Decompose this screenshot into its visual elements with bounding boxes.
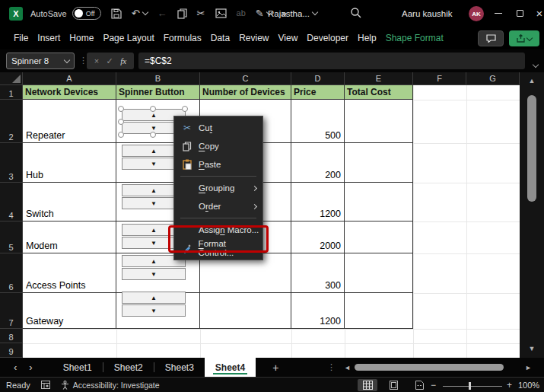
cell-d3[interactable]: 200 xyxy=(291,143,345,183)
redo-button[interactable]: ← xyxy=(157,8,167,18)
tab-view[interactable]: View xyxy=(274,33,303,43)
cell-e4[interactable] xyxy=(345,183,413,221)
name-box[interactable]: Spinner 8 xyxy=(6,53,75,69)
cell-d2[interactable]: 500 xyxy=(291,100,345,143)
cell-e1[interactable]: Total Cost xyxy=(345,85,413,100)
share-button[interactable] xyxy=(509,30,539,46)
tab-file[interactable]: File xyxy=(9,33,33,43)
column-header-c[interactable]: C xyxy=(200,72,291,85)
page-break-view-button[interactable] xyxy=(409,379,429,391)
zoom-level[interactable]: 100% xyxy=(518,381,539,390)
zoom-in-button[interactable]: + xyxy=(507,380,512,390)
scroll-up-icon[interactable]: ▲ xyxy=(520,77,544,84)
column-header-e[interactable]: E xyxy=(345,72,413,85)
column-header-a[interactable]: A xyxy=(23,72,116,85)
close-button[interactable]: × xyxy=(530,0,544,27)
selection-handle[interactable] xyxy=(182,106,188,112)
cell-b1[interactable]: Spinner Button xyxy=(116,85,200,100)
cell-a7[interactable]: Gateway xyxy=(23,293,116,329)
cell-e2[interactable] xyxy=(345,100,413,143)
row-header-5[interactable]: 5 xyxy=(0,221,23,253)
cell-e6[interactable] xyxy=(345,253,413,293)
column-header-f[interactable]: F xyxy=(413,72,466,85)
cells-area[interactable]: Network Devices Spinner Button Number of… xyxy=(23,85,520,358)
cell-d1[interactable]: Price xyxy=(291,85,345,100)
add-sheet-button[interactable]: + xyxy=(272,362,278,374)
row-header-4[interactable]: 4 xyxy=(0,183,23,221)
row-header-2[interactable]: 2 xyxy=(0,100,23,143)
vertical-scrollbar[interactable]: ▲ ▼ xyxy=(520,72,544,358)
selection-handle[interactable] xyxy=(118,132,124,138)
tab-shape-format[interactable]: Shape Format xyxy=(381,33,448,43)
cell-c1[interactable]: Number of Devices xyxy=(200,85,291,100)
tab-sheet2[interactable]: Sheet2 xyxy=(103,358,154,377)
cell-e3[interactable] xyxy=(345,143,413,183)
row-header-7[interactable]: 7 xyxy=(0,293,23,329)
tab-home[interactable]: Home xyxy=(65,33,98,43)
selection-handle[interactable] xyxy=(150,106,156,112)
cell-d5[interactable]: 2000 xyxy=(291,221,345,253)
spin-down-button[interactable]: ▼ xyxy=(122,268,186,280)
page-layout-view-button[interactable] xyxy=(383,379,403,391)
cell-a5[interactable]: Modem xyxy=(23,221,116,253)
user-name[interactable]: Aaru kaushik xyxy=(402,0,452,27)
undo-button[interactable]: ↶ xyxy=(132,8,148,18)
column-header-d[interactable]: D xyxy=(291,72,345,85)
row-header-6[interactable]: 6 xyxy=(0,253,23,293)
scroll-right-icon[interactable]: ► xyxy=(525,364,532,371)
search-icon[interactable] xyxy=(350,7,361,21)
menu-item-paste[interactable]: Paste xyxy=(174,155,262,174)
menu-item-order[interactable]: Order xyxy=(174,197,262,215)
formula-input[interactable]: =$C$2 xyxy=(138,53,525,69)
row-header-8[interactable]: 8 xyxy=(0,329,23,343)
prev-sheet-icon[interactable]: ‹ xyxy=(14,362,17,373)
expand-formula-bar-icon[interactable] xyxy=(530,56,538,70)
macro-record-icon[interactable] xyxy=(41,381,50,389)
avatar[interactable]: AK xyxy=(469,6,484,21)
tab-developer[interactable]: Developer xyxy=(302,33,353,43)
autosave-toggle[interactable]: Off xyxy=(72,7,101,20)
tab-formulas[interactable]: Formulas xyxy=(159,33,206,43)
column-header-g[interactable]: G xyxy=(466,72,520,85)
cancel-icon[interactable]: × xyxy=(94,56,99,65)
cell-a3[interactable]: Hub xyxy=(23,143,116,183)
selection-handle[interactable] xyxy=(150,132,156,138)
cell-e7[interactable] xyxy=(345,293,413,329)
cell-d4[interactable]: 1200 xyxy=(291,183,345,221)
comments-button[interactable] xyxy=(478,30,504,46)
row-header-3[interactable]: 3 xyxy=(0,143,23,183)
scroll-left-icon[interactable]: ◄ xyxy=(344,364,351,371)
cell-a6[interactable]: Access Points xyxy=(23,253,116,293)
selection-handle[interactable] xyxy=(118,106,124,112)
cut-button[interactable]: ✂ xyxy=(197,8,205,18)
enter-icon[interactable]: ✓ xyxy=(107,56,113,66)
accessibility-status[interactable]: Accessibility: Investigate xyxy=(73,381,160,390)
menu-item-cut[interactable]: ✂ Cut xyxy=(174,119,262,137)
minimize-button[interactable] xyxy=(488,0,508,27)
spin-down-button[interactable]: ▼ xyxy=(122,304,186,317)
cell-d6[interactable]: 300 xyxy=(291,253,345,293)
selection-handle[interactable] xyxy=(118,119,124,125)
cell-e5[interactable] xyxy=(345,221,413,253)
normal-view-button[interactable] xyxy=(358,379,377,391)
tab-help[interactable]: Help xyxy=(353,33,381,43)
select-all-button[interactable] xyxy=(0,72,23,85)
tab-page-layout[interactable]: Page Layout xyxy=(98,33,158,43)
spinner-button-gateway[interactable]: ▲ ▼ xyxy=(122,292,186,317)
tab-sheet1[interactable]: Sheet1 xyxy=(52,358,103,377)
zoom-slider-thumb[interactable] xyxy=(469,382,471,390)
accessibility-icon[interactable] xyxy=(61,381,69,390)
tab-data[interactable]: Data xyxy=(206,33,234,43)
tab-insert[interactable]: Insert xyxy=(33,33,65,43)
zoom-out-button[interactable]: − xyxy=(431,380,436,390)
tab-review[interactable]: Review xyxy=(234,33,273,43)
insert-function-icon[interactable]: fx xyxy=(120,56,126,65)
scroll-down-icon[interactable]: ▼ xyxy=(520,345,544,352)
row-header-9[interactable]: 9 xyxy=(0,343,23,358)
vertical-scroll-thumb[interactable] xyxy=(527,95,536,202)
menu-item-grouping[interactable]: Grouping xyxy=(174,179,262,197)
save-button[interactable] xyxy=(111,8,122,19)
cell-a1[interactable]: Network Devices xyxy=(23,85,116,100)
cell-a2[interactable]: Repeater xyxy=(23,100,116,143)
zoom-slider[interactable] xyxy=(443,386,502,387)
